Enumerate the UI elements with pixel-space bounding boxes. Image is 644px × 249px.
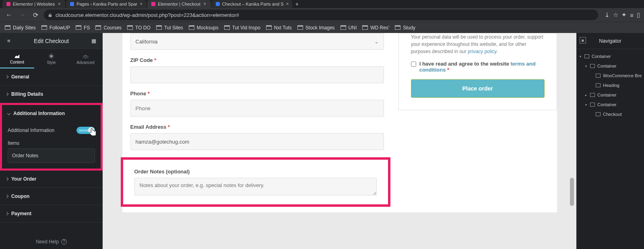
additional-information-block: Order Notes (optional) <box>121 157 390 207</box>
nav-item-heading[interactable]: Heading <box>576 80 644 90</box>
tab-content[interactable]: Content <box>0 49 34 68</box>
extensions-icon[interactable]: ✦ <box>621 11 627 19</box>
phone-label: Phone * <box>130 91 384 97</box>
folder-icon <box>362 25 368 30</box>
bookmark-5[interactable]: Tut Sites <box>156 25 183 31</box>
star-icon[interactable]: ☆ <box>613 11 618 19</box>
chevron-down-icon: ⌄ <box>374 39 379 45</box>
phone-input[interactable] <box>130 100 384 117</box>
tab-style[interactable]: Style <box>34 49 68 68</box>
editor-canvas[interactable]: California ⌄ ZIP Code * Phone * Email Ad… <box>103 33 576 249</box>
chevron-down-icon <box>7 112 10 115</box>
folder-icon <box>189 25 194 30</box>
terms-checkbox[interactable] <box>411 62 416 67</box>
bookmark-6[interactable]: Mocksups <box>189 25 219 31</box>
section-general[interactable]: General <box>0 68 103 86</box>
nav-item-container-3[interactable]: ▾Container <box>576 100 644 109</box>
navigator-header: ▣ Navigator <box>576 33 644 49</box>
bookmark-9[interactable]: Stock Images <box>297 25 335 31</box>
panel-tabs: Content Style Advanced <box>0 49 103 68</box>
folder-icon <box>341 25 346 30</box>
nav-item-woocommerce-bre[interactable]: WooCommerce Bre <box>576 71 644 80</box>
container-icon <box>590 64 595 68</box>
email-label: Email Address * <box>130 124 384 130</box>
bookmark-2[interactable]: FS <box>76 25 90 31</box>
bookmark-3[interactable]: Courses <box>95 25 122 31</box>
checkout-widget: California ⌄ ZIP Code * Phone * Email Ad… <box>122 33 557 212</box>
order-notes-field-wrap: Order Notes (optional) <box>134 169 377 197</box>
hamburger-icon[interactable]: ≡ <box>4 36 14 46</box>
panel-footer[interactable]: Need Help ? <box>0 235 103 249</box>
chevron-right-icon <box>5 75 8 78</box>
lock-icon <box>48 13 52 17</box>
heading-icon <box>596 83 601 87</box>
state-field-wrap: California ⌄ <box>130 33 384 50</box>
menu-icon[interactable]: ▯ <box>637 11 640 19</box>
terms-label: I have read and agree to the website ter… <box>419 61 545 73</box>
bookmark-0[interactable]: Daily Sites <box>5 25 36 31</box>
section-additional-header[interactable]: Additional Information <box>2 105 101 122</box>
panel-header: ≡ Edit Checkout ▦ <box>0 33 103 49</box>
tab-1[interactable]: Pages ‹ Kanika Parts and Spar× <box>66 0 147 8</box>
close-icon[interactable]: × <box>286 2 289 6</box>
tab-3[interactable]: Checkout – Kanika Parts and S× <box>212 0 292 8</box>
zip-label: ZIP Code * <box>130 57 384 63</box>
section-additional-content: Additional Information SHOW Items Order … <box>2 122 101 169</box>
chevron-right-icon <box>5 93 8 96</box>
section-coupon[interactable]: Coupon <box>0 188 103 205</box>
state-value: California <box>136 39 158 45</box>
scrollbar-thumb[interactable] <box>570 178 574 206</box>
minimize-icon[interactable]: ▣ <box>580 37 586 43</box>
tab-0[interactable]: Elementor | Websites× <box>2 0 65 8</box>
url-input[interactable]: cloudcourse.elementor.cloud/wp-admin/pos… <box>44 10 598 20</box>
email-input[interactable] <box>130 133 384 150</box>
folder-icon <box>266 25 272 30</box>
tab-bar: Elementor | Websites× Pages ‹ Kanika Par… <box>0 0 644 8</box>
back-button[interactable]: ← <box>4 10 14 19</box>
close-icon[interactable]: × <box>140 2 142 6</box>
editor-panel: ≡ Edit Checkout ▦ Content Style Advanced… <box>0 33 103 249</box>
help-icon: ? <box>61 239 67 245</box>
tab-advanced[interactable]: Advanced <box>68 49 103 68</box>
folder-icon <box>297 25 303 30</box>
nav-item-container-0[interactable]: ▾Container <box>576 51 644 61</box>
control-additional-toggle: Additional Information SHOW <box>8 124 95 136</box>
zip-input[interactable] <box>130 66 384 83</box>
close-icon[interactable]: × <box>57 2 61 6</box>
bookmark-10[interactable]: UNI <box>341 25 357 31</box>
nav-item-checkout[interactable]: Checkout <box>576 109 644 119</box>
reload-button[interactable]: ⟳ <box>31 10 40 20</box>
close-icon[interactable]: × <box>203 2 207 6</box>
place-order-button[interactable]: Place order <box>411 79 545 98</box>
section-your-order[interactable]: Your Order <box>0 171 103 188</box>
folder-icon <box>95 25 101 30</box>
bookmark-11[interactable]: WD Res' <box>362 25 389 31</box>
bookmark-4[interactable]: TO DO <box>127 25 151 31</box>
widgets-grid-icon[interactable]: ▦ <box>89 36 99 46</box>
control-label: Additional Information <box>8 128 54 133</box>
privacy-policy-link[interactable]: privacy policy <box>468 49 496 54</box>
install-icon[interactable]: ⤓ <box>605 11 610 19</box>
state-select[interactable]: California ⌄ <box>130 33 384 50</box>
bookmark-7[interactable]: Tut Vid Inspo <box>224 25 260 31</box>
privacy-text: Your personal data will be used to proce… <box>411 33 545 55</box>
forward-button[interactable]: → <box>18 10 27 19</box>
nav-item-container-2[interactable]: ▸Container <box>576 90 644 100</box>
repeater-item-order-notes[interactable]: Order Notes <box>8 148 95 163</box>
bookmark-1[interactable]: FollowUP <box>41 25 70 31</box>
container-icon <box>590 103 595 107</box>
new-tab-button[interactable]: + <box>293 0 301 8</box>
widget-icon <box>596 112 601 116</box>
terms-checkbox-row[interactable]: I have read and agree to the website ter… <box>411 61 545 73</box>
bookmark-12[interactable]: Study <box>395 25 415 31</box>
nav-item-container-1[interactable]: ▾Container <box>576 61 644 71</box>
toggle-show[interactable]: SHOW <box>76 127 95 134</box>
tab-2[interactable]: Elementor | Checkout× <box>147 0 211 8</box>
bookmark-8[interactable]: Nxt Tuts <box>266 25 292 31</box>
url-text: cloudcourse.elementor.cloud/wp-admin/pos… <box>56 12 239 18</box>
section-billing[interactable]: Billing Details <box>0 86 103 103</box>
favicon-icon <box>216 2 220 6</box>
order-notes-textarea[interactable] <box>134 178 377 195</box>
section-payment[interactable]: Payment <box>0 205 103 222</box>
profile-icon[interactable]: ≡ <box>630 12 634 19</box>
